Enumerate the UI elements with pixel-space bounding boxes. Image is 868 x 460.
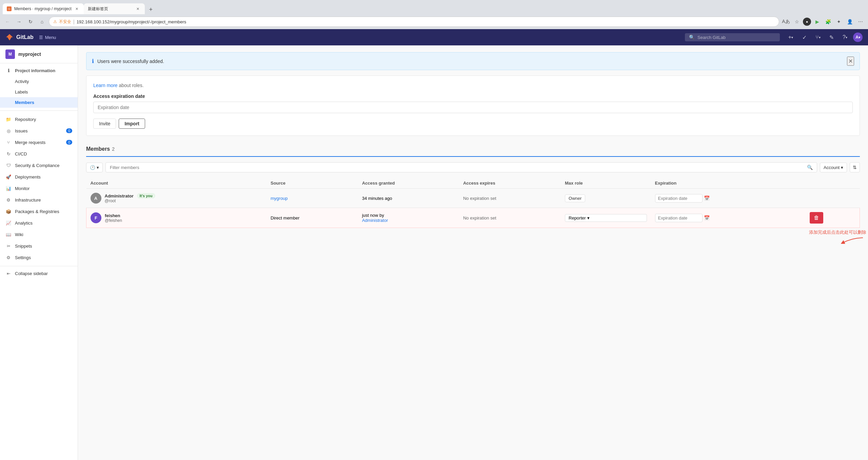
access-expiration-input[interactable] (93, 102, 853, 113)
success-banner: ℹ Users were successfully added. ✕ (86, 52, 860, 70)
profile-icon[interactable]: 👤 (845, 17, 854, 26)
play-icon[interactable]: ▶ (812, 17, 822, 26)
filter-account-button[interactable]: Account ▾ (820, 163, 847, 172)
sidebar-divider-2 (0, 266, 78, 266)
help-icon[interactable]: ?▾ (840, 32, 850, 43)
sidebar-item-members[interactable]: Members (0, 97, 78, 108)
search-bar[interactable]: 🔍 (685, 33, 780, 41)
new-tab-button[interactable]: + (146, 5, 156, 14)
edit-icon[interactable]: ✎ (826, 32, 837, 43)
members-tab[interactable]: Members 2 (86, 143, 115, 156)
bookmark-icon[interactable]: ☆ (792, 17, 802, 26)
role-dropdown-2[interactable]: Reporter ▾ (565, 214, 647, 222)
star-icon[interactable]: ✦ (834, 17, 844, 26)
sidebar-item-monitor[interactable]: 📊 Monitor (0, 183, 78, 194)
sidebar-item-collapse[interactable]: ⇤ Collapse sidebar (0, 268, 78, 279)
user-avatar[interactable]: A▾ (853, 33, 863, 42)
todo-icon[interactable]: ✓ (799, 32, 810, 43)
search-input[interactable] (697, 35, 776, 40)
sidebar-item-analytics[interactable]: 📈 Analytics (0, 217, 78, 229)
sidebar-item-packages[interactable]: 📦 Packages & Registries (0, 206, 78, 217)
member-account-cell-2: F feishen @feishen (86, 208, 267, 228)
learn-more-link[interactable]: Learn more (93, 83, 118, 88)
col-expiration: Expiration (651, 178, 806, 189)
sort-order-button[interactable]: ⇅ (850, 162, 860, 172)
sidebar-label-deployments: Deployments (15, 174, 41, 180)
issues-badge: 0 (66, 128, 72, 133)
expiry-date-input-1[interactable] (655, 194, 703, 203)
puzzle-icon[interactable]: 🧩 (823, 17, 833, 26)
import-button[interactable]: Import (119, 119, 145, 129)
role-dropdown-chevron-2: ▾ (587, 215, 590, 221)
members-tab-label: Members (86, 146, 110, 152)
url-bar[interactable]: ⚠ 不安全 | 192.168.100.152/mygroup/myprojec… (49, 17, 779, 27)
sidebar-label-monitor: Monitor (15, 186, 29, 191)
sidebar-item-repository[interactable]: 📁 Repository (0, 113, 78, 125)
sidebar-section-main: 📁 Repository ◎ Issues 0 ⑂ Merge requests… (0, 112, 78, 265)
sidebar-label-repository: Repository (15, 117, 36, 122)
sidebar-label-merge-requests: Merge requests (15, 140, 45, 145)
tab-close-1[interactable]: ✕ (74, 6, 80, 12)
member-expiration-1: 📅 (651, 189, 806, 208)
col-max-role: Max role (561, 178, 651, 189)
url-text: 192.168.100.152/mygroup/myproject/-/proj… (77, 19, 186, 24)
member-name-2: feishen (105, 213, 120, 218)
sidebar-label-activity: Activity (15, 79, 29, 84)
filter-members-input[interactable] (110, 165, 807, 170)
tab-active[interactable]: G Members · mygroup / myproject ✕ (3, 3, 84, 14)
forward-button[interactable]: → (14, 17, 24, 26)
sidebar-item-security[interactable]: 🛡 Security & Compliance (0, 160, 78, 171)
tab-close-2[interactable]: ✕ (135, 6, 141, 12)
member-avatar-1: A (91, 193, 101, 204)
member-name-1: Administrator (105, 193, 134, 198)
member-you-badge-1: It's you (137, 193, 155, 198)
url-separator: | (73, 19, 75, 24)
banner-close-button[interactable]: ✕ (847, 57, 854, 66)
sidebar-label-project-information: Project information (15, 68, 55, 73)
sidebar-item-snippets[interactable]: ✂ Snippets (0, 240, 78, 252)
more-button[interactable]: ⋯ (856, 17, 865, 26)
delete-member-button-2[interactable]: 🗑 (810, 212, 823, 224)
sidebar-item-issues[interactable]: ◎ Issues 0 (0, 125, 78, 137)
member-actions-2: 🗑 添加完成后点击此处可以删除 (806, 208, 860, 228)
calendar-icon-1[interactable]: 📅 (704, 195, 710, 201)
sidebar-item-merge-requests[interactable]: ⑂ Merge requests 0 (0, 137, 78, 148)
browser-chrome: G Members · mygroup / myproject ✕ 新建标签页 … (0, 0, 868, 29)
reload-button[interactable]: ↻ (26, 17, 35, 26)
col-source: Source (267, 178, 358, 189)
expiry-date-input-2[interactable] (655, 214, 703, 222)
sidebar-item-activity[interactable]: Activity (0, 76, 78, 87)
translate-icon[interactable]: Aあ (781, 17, 791, 26)
sidebar-item-wiki[interactable]: 📖 Wiki (0, 229, 78, 240)
sidebar-item-labels[interactable]: Labels (0, 87, 78, 97)
sidebar-item-cicd[interactable]: ↻ CI/CD (0, 148, 78, 160)
collapse-icon: ⇤ (5, 270, 12, 276)
back-button[interactable]: ← (3, 17, 12, 26)
merge-requests-icon[interactable]: ⑂▾ (812, 32, 823, 43)
create-new-button[interactable]: +▾ (785, 32, 796, 43)
search-icon: 🔍 (689, 35, 695, 40)
packages-icon: 📦 (5, 208, 12, 214)
filter-input-wrapper[interactable]: 🔍 (105, 162, 817, 172)
filter-search-icon[interactable]: 🔍 (807, 165, 813, 170)
table-body: A Administrator It's you @root (86, 189, 860, 228)
invite-button[interactable]: Invite (93, 119, 116, 129)
menu-button[interactable]: ☰ Menu (39, 35, 56, 40)
tab-2[interactable]: 新建标签页 ✕ (84, 3, 145, 14)
role-badge-1: Owner (565, 194, 585, 202)
sidebar-item-settings[interactable]: ⚙ Settings (0, 252, 78, 263)
sidebar-label-analytics: Analytics (15, 221, 33, 226)
filter-sort-button[interactable]: 🕐 ▾ (86, 163, 103, 172)
home-button[interactable]: ⌂ (37, 17, 47, 26)
sidebar-item-deployments[interactable]: 🚀 Deployments (0, 171, 78, 183)
member-source-link-1[interactable]: mygroup (271, 196, 288, 201)
sidebar-item-project-information[interactable]: ℹ Project information (0, 65, 78, 76)
extensions-icon[interactable]: ● (803, 18, 811, 26)
gitlab-wordmark: GitLab (16, 34, 34, 40)
annotation-text: 添加完成后点击此处可以删除 (809, 229, 866, 235)
sidebar-item-infrastructure[interactable]: ⚙ Infrastructure (0, 194, 78, 206)
sidebar-label-labels: Labels (15, 89, 28, 95)
calendar-icon-2[interactable]: 📅 (704, 215, 710, 221)
sidebar-project-header[interactable]: M myproject (0, 45, 78, 63)
access-granted-by-link-2[interactable]: Administrator (362, 218, 388, 223)
